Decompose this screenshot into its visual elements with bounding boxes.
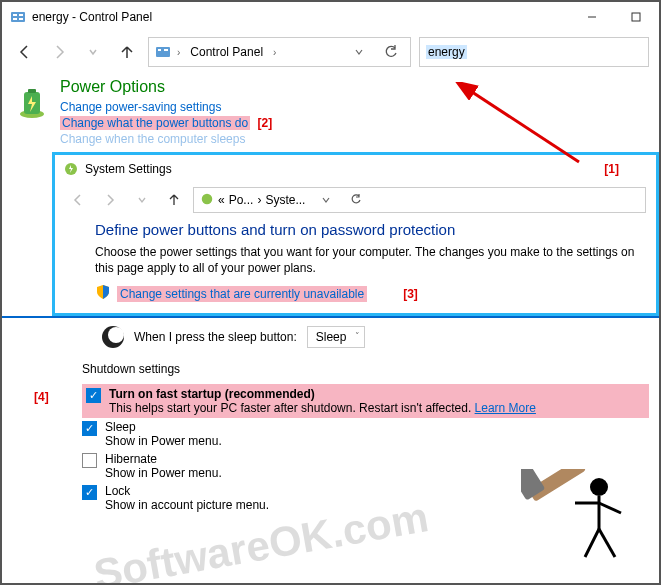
hibernate-checkbox[interactable] [82, 453, 97, 468]
link-change-power-buttons[interactable]: Change what the power buttons do [60, 116, 250, 130]
search-input[interactable]: energy [419, 37, 649, 67]
sub-titlebar: System Settings [55, 155, 656, 183]
annotation-4: [4] [34, 390, 49, 404]
shutdown-settings: Shutdown settings [4] ✓ Turn on fast sta… [2, 356, 659, 518]
power-options-section: Power Options Change power-saving settin… [2, 72, 659, 150]
svg-rect-6 [632, 13, 640, 21]
control-panel-icon [10, 9, 26, 25]
define-description: Choose the power settings that you want … [95, 244, 642, 276]
control-panel-small-icon [155, 44, 171, 60]
annotation-1: [1] [604, 162, 619, 176]
lock-label: Lock [105, 484, 269, 498]
svg-rect-7 [156, 47, 170, 57]
chevron-right-icon: › [177, 47, 180, 58]
sub-address-bar[interactable]: « Po... › Syste... [193, 187, 646, 213]
back-button[interactable] [12, 39, 38, 65]
sleep-button-row: When I press the sleep button: Sleep ˅ [2, 316, 659, 356]
sleep-label: Sleep [105, 420, 222, 434]
lock-row: ✓ Lock Show in account picture menu. [82, 482, 649, 514]
lock-checkbox[interactable]: ✓ [82, 485, 97, 500]
svg-point-14 [202, 193, 213, 204]
moon-icon [102, 326, 124, 348]
fast-startup-checkbox[interactable]: ✓ [86, 388, 101, 403]
maximize-button[interactable] [621, 7, 651, 27]
power-options-heading: Power Options [60, 78, 272, 96]
recent-dropdown[interactable] [80, 39, 106, 65]
svg-rect-0 [11, 12, 25, 22]
navbar: › Control Panel › energy [2, 32, 659, 72]
sub-address-dropdown[interactable] [313, 187, 339, 213]
svg-rect-1 [13, 14, 17, 16]
fast-startup-row: ✓ Turn on fast startup (recommended) Thi… [82, 384, 649, 418]
svg-line-18 [585, 529, 599, 557]
sub-back-button[interactable] [65, 187, 91, 213]
sleep-checkbox[interactable]: ✓ [82, 421, 97, 436]
titlebar: energy - Control Panel [2, 2, 659, 32]
sleep-select[interactable]: Sleep ˅ [307, 326, 366, 348]
svg-rect-9 [164, 49, 168, 51]
learn-more-link[interactable]: Learn More [475, 401, 536, 415]
lock-desc: Show in account picture menu. [105, 498, 269, 512]
svg-rect-4 [19, 18, 23, 20]
link-change-sleeps[interactable]: Change when the computer sleeps [60, 130, 272, 148]
window-title: energy - Control Panel [32, 10, 577, 24]
chevron-right-icon: › [257, 193, 261, 207]
sub-forward-button[interactable] [97, 187, 123, 213]
annotation-2: [2] [257, 116, 272, 130]
svg-rect-12 [28, 89, 36, 93]
link-change-power-saving[interactable]: Change power-saving settings [60, 98, 272, 116]
sub-crumb-sys[interactable]: Syste... [265, 193, 305, 207]
sub-window-title: System Settings [85, 162, 172, 176]
sleep-row: ✓ Sleep Show in Power menu. [82, 418, 649, 450]
hibernate-row: Hibernate Show in Power menu. [82, 450, 649, 482]
power-icon [63, 161, 79, 177]
shield-icon [95, 284, 111, 303]
svg-line-19 [599, 529, 615, 557]
svg-rect-2 [19, 14, 23, 16]
fast-startup-label: Turn on fast startup (recommended) [109, 387, 536, 401]
chevron-right-icon: › [273, 47, 276, 58]
sub-navbar: « Po... › Syste... [55, 183, 656, 217]
up-button[interactable] [114, 39, 140, 65]
sub-crumb-po[interactable]: Po... [229, 193, 254, 207]
define-heading: Define power buttons and turn on passwor… [95, 221, 642, 238]
breadcrumb-control-panel[interactable]: Control Panel [186, 45, 267, 59]
svg-rect-8 [158, 49, 161, 51]
address-dropdown[interactable] [346, 39, 372, 65]
chevron-down-icon: ˅ [355, 331, 360, 341]
minimize-button[interactable] [577, 7, 607, 27]
sub-recent-dropdown[interactable] [129, 187, 155, 213]
svg-rect-3 [13, 18, 17, 20]
forward-button[interactable] [46, 39, 72, 65]
power-small-icon [200, 192, 214, 209]
refresh-button[interactable] [378, 39, 404, 65]
sleep-desc: Show in Power menu. [105, 434, 222, 448]
address-bar[interactable]: › Control Panel › [148, 37, 411, 67]
search-value: energy [426, 45, 467, 59]
link-change-unavailable[interactable]: Change settings that are currently unava… [117, 286, 367, 302]
sub-refresh-button[interactable] [343, 187, 369, 213]
system-settings-window: System Settings « Po... › Syste... Defin… [52, 152, 659, 316]
fast-startup-desc: This helps start your PC faster after sh… [109, 401, 536, 415]
chevron-icon: « [218, 193, 225, 207]
shutdown-heading: Shutdown settings [82, 362, 649, 376]
hibernate-desc: Show in Power menu. [105, 466, 222, 480]
battery-icon [14, 84, 50, 120]
sub-up-button[interactable] [161, 187, 187, 213]
sleep-button-label: When I press the sleep button: [134, 330, 297, 344]
hibernate-label: Hibernate [105, 452, 222, 466]
annotation-3: [3] [403, 287, 418, 301]
